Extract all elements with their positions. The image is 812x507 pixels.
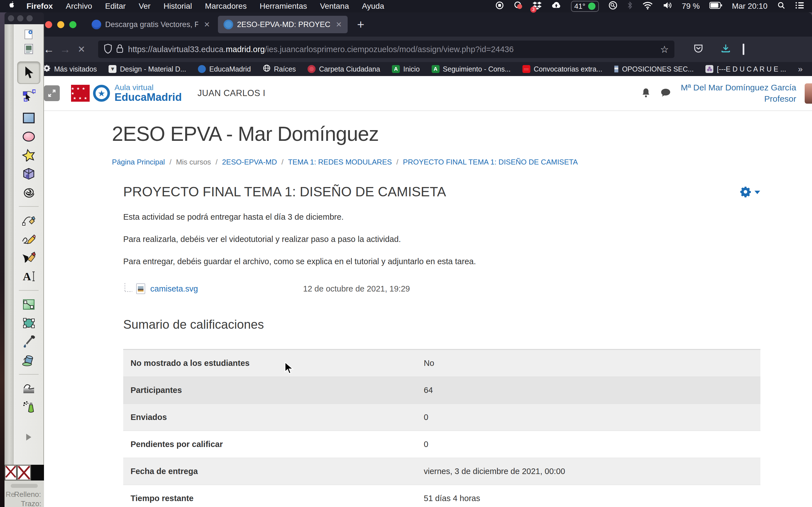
bookmark-star-icon[interactable]: ☆ xyxy=(660,44,669,55)
tab-aula-virtual[interactable]: 2ESO-EPVA-MD: PROYECTO FI ✕ xyxy=(218,16,348,33)
new-document-icon[interactable] xyxy=(17,27,40,42)
menu-historial[interactable]: Historial xyxy=(163,2,192,11)
tab-close-icon[interactable]: ✕ xyxy=(336,20,342,29)
mesh-gradient-tool-icon[interactable] xyxy=(17,314,40,332)
educamadrid-logo[interactable]: ★ xyxy=(93,85,110,102)
inactive-minimize-button[interactable] xyxy=(17,15,23,21)
messages-icon[interactable] xyxy=(660,88,671,99)
breadcrumb-assignment[interactable]: PROYECTO FINAL TEMA 1: DISEÑO DE CAMISET… xyxy=(403,158,578,166)
toolbox-expand-icon[interactable] xyxy=(17,430,40,445)
breadcrumb-home[interactable]: Página Principal xyxy=(112,158,165,166)
url-bar[interactable]: https://aulavirtual33.educa.madrid.org/i… xyxy=(98,41,674,58)
weather-green-dot xyxy=(588,3,596,10)
cloud-upload-icon[interactable] xyxy=(551,1,561,11)
brand-text[interactable]: Aula virtual EducaMadrid xyxy=(114,83,182,103)
inactive-close-button[interactable] xyxy=(8,15,14,21)
bookmark-oposiciones[interactable]: OPOSICIONES SEC... xyxy=(614,65,694,73)
wifi-icon[interactable] xyxy=(642,1,653,11)
bookmark-mas-visitados[interactable]: Más visitados xyxy=(43,64,97,74)
inkscape-titlebar[interactable] xyxy=(4,12,44,24)
notifications-bell-icon[interactable] xyxy=(641,88,651,99)
user-menu[interactable]: Mª Del Mar Domínguez García Profesor xyxy=(680,82,796,105)
sidebar-toggle-icon[interactable] xyxy=(743,44,744,55)
bookmark-carpeta-ciudadana[interactable]: Carpeta Ciudadana xyxy=(308,65,380,73)
statusbar-handle[interactable] xyxy=(11,484,38,488)
gradient-tool-icon[interactable] xyxy=(17,295,40,314)
forward-button[interactable]: → xyxy=(57,43,73,55)
pen-tool-icon[interactable] xyxy=(17,211,40,230)
screen-mirroring-icon[interactable] xyxy=(513,1,523,11)
zoom-window-button[interactable] xyxy=(69,21,77,28)
stop-button[interactable]: ✕ xyxy=(73,44,90,55)
control-center-list-icon[interactable] xyxy=(795,2,804,11)
bookmark-educarue[interactable]: ⁂ [---E D U C A R U E ... xyxy=(705,65,786,73)
fullscreen-button[interactable] xyxy=(44,86,60,101)
node-editor-tool-icon[interactable] xyxy=(17,86,40,105)
clock-label[interactable]: Mar 20:10 xyxy=(732,2,767,11)
bookmarks-overflow-chevron[interactable]: » xyxy=(798,64,803,74)
lock-icon[interactable] xyxy=(116,44,123,55)
no-fill-swatch-background[interactable] xyxy=(4,465,17,481)
spray-tool-icon[interactable] xyxy=(17,398,40,416)
selector-tool-icon[interactable] xyxy=(17,61,40,84)
minimize-window-button[interactable] xyxy=(57,21,64,28)
import-image-icon[interactable] xyxy=(17,42,40,56)
bluetooth-icon[interactable] xyxy=(627,1,633,12)
table-row: Enviados 0 xyxy=(123,404,760,431)
loupe-circle-icon[interactable] xyxy=(608,1,617,12)
bookmark-inicio[interactable]: A Inicio xyxy=(392,65,419,73)
bookmark-convocatorias[interactable]: :::: Convocatorias extra... xyxy=(522,65,602,73)
mouse-cursor xyxy=(284,362,295,376)
rectangle-tool-icon[interactable] xyxy=(17,109,40,127)
spiral-tool-icon[interactable] xyxy=(17,183,40,202)
download-icon[interactable] xyxy=(720,43,731,55)
close-window-button[interactable] xyxy=(45,21,52,28)
record-icon[interactable] xyxy=(495,1,504,11)
menu-herramientas[interactable]: Herramientas xyxy=(260,2,307,11)
star-tool-icon[interactable] xyxy=(17,146,40,165)
breadcrumb-course[interactable]: 2ESO-EPVA-MD xyxy=(222,158,277,166)
new-tab-button[interactable]: + xyxy=(357,17,364,32)
stroke-color-swatch[interactable] xyxy=(31,465,44,481)
freepik-favicon xyxy=(92,20,101,29)
user-avatar[interactable] xyxy=(805,83,812,104)
school-name: JUAN CARLOS I xyxy=(198,88,266,98)
menu-ayuda[interactable]: Ayuda xyxy=(362,2,384,11)
breadcrumb-tema[interactable]: TEMA 1: REDES MODULARES xyxy=(288,158,392,166)
menu-archivo[interactable]: Archivo xyxy=(66,2,92,11)
no-fill-swatch[interactable] xyxy=(17,465,31,481)
settings-menu[interactable] xyxy=(739,186,760,199)
window-controls xyxy=(45,21,77,28)
bookmark-educamadrid[interactable]: EducaMadrid xyxy=(198,65,251,73)
apple-menu-icon[interactable] xyxy=(8,1,15,11)
weather-widget[interactable]: 41° xyxy=(571,1,599,12)
text-tool-icon[interactable]: A xyxy=(17,267,40,286)
inactive-zoom-button[interactable] xyxy=(27,15,33,21)
pocket-icon[interactable] xyxy=(693,43,704,55)
ellipse-tool-icon[interactable] xyxy=(17,127,40,146)
url-text[interactable]: https://aulavirtual33.educa.madrid.org/i… xyxy=(128,45,656,54)
site-header: ★ ★ ★ ★ ★ ★ ★ ★ Aula virtual EducaMadrid… xyxy=(34,76,812,111)
shield-icon[interactable] xyxy=(104,44,112,55)
menu-editar[interactable]: Editar xyxy=(105,2,126,11)
dropper-tool-icon[interactable] xyxy=(17,332,40,351)
menu-ver[interactable]: Ver xyxy=(139,2,151,11)
spotlight-search-icon[interactable] xyxy=(777,1,785,11)
pencil-tool-icon[interactable] xyxy=(17,230,40,248)
calligraphy-tool-icon[interactable] xyxy=(17,248,40,267)
dropbox-icon[interactable]: 3 xyxy=(532,1,542,11)
volume-icon[interactable] xyxy=(663,1,672,11)
box-3d-tool-icon[interactable] xyxy=(17,165,40,183)
menu-firefox[interactable]: Firefox xyxy=(27,2,53,11)
paint-bucket-tool-icon[interactable] xyxy=(17,351,40,370)
logo-star: ★ xyxy=(98,89,105,98)
tweak-tool-icon[interactable] xyxy=(17,379,40,398)
tab-freepik[interactable]: Descarga gratis Vectores, Fotos ✕ xyxy=(86,16,216,33)
menu-marcadores[interactable]: Marcadores xyxy=(205,2,247,11)
bookmark-raices[interactable]: Raíces xyxy=(263,64,296,74)
attachment-link[interactable]: camiseta.svg xyxy=(150,284,198,293)
menu-ventana[interactable]: Ventana xyxy=(320,2,349,11)
bookmark-design-material[interactable]: ▼ Design - Material D... xyxy=(109,65,186,73)
bookmark-seguimiento[interactable]: A Seguimiento - Cons... xyxy=(432,65,511,73)
tab-close-icon[interactable]: ✕ xyxy=(204,20,210,29)
